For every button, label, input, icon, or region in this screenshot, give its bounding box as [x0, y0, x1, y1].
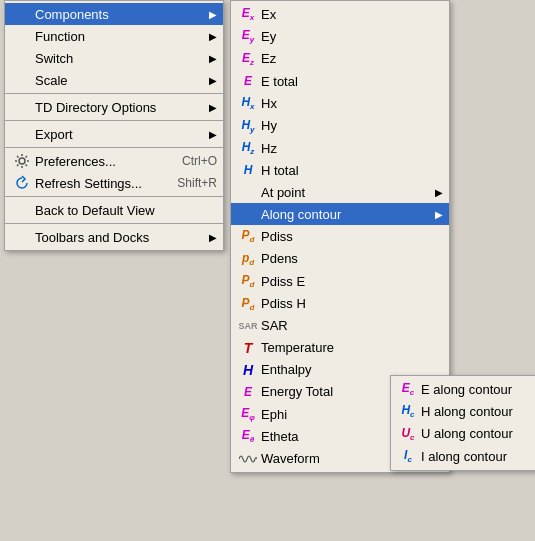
- menu-item-i-along[interactable]: Ic I along contour: [391, 445, 535, 467]
- pdissh-icon: Pd: [237, 296, 259, 312]
- separator-3: [5, 147, 223, 148]
- scale-label: Scale: [33, 73, 203, 88]
- pdiss-label: Pdiss: [259, 229, 443, 244]
- refresh-svg-icon: [14, 175, 30, 191]
- pdisse-label: Pdiss E: [259, 274, 443, 289]
- menu-item-td-directory[interactable]: TD Directory Options ▶: [5, 96, 223, 118]
- ey-label: Ey: [259, 29, 443, 44]
- pdissh-label: Pdiss H: [259, 296, 443, 311]
- i-along-icon: Ic: [397, 448, 419, 464]
- gear-icon: [14, 153, 30, 169]
- export-arrow: ▶: [209, 129, 217, 140]
- hy-label: Hy: [259, 118, 443, 133]
- etotal-label: E total: [259, 74, 443, 89]
- i-along-label: I along contour: [419, 449, 535, 464]
- td-arrow: ▶: [209, 102, 217, 113]
- temperature-icon: T: [237, 340, 259, 356]
- ephi-icon: Eφ: [237, 406, 259, 422]
- menu-item-pdens[interactable]: pd Pdens: [231, 248, 449, 270]
- preferences-icon: [11, 153, 33, 169]
- components-label: Components: [33, 7, 203, 22]
- switch-arrow: ▶: [209, 53, 217, 64]
- e-along-icon: Ec: [397, 381, 419, 397]
- pdiss-icon: Pd: [237, 228, 259, 244]
- menu-item-components[interactable]: Components ▶: [5, 3, 223, 25]
- menu-item-u-along[interactable]: Uc U along contour: [391, 423, 535, 445]
- u-along-icon: Uc: [397, 426, 419, 442]
- menu-item-along-contour[interactable]: Along contour ▶: [231, 203, 449, 225]
- menu-item-ez[interactable]: Ez Ez: [231, 48, 449, 70]
- separator-2: [5, 120, 223, 121]
- alongcontour-arrow: ▶: [435, 209, 443, 220]
- menu-item-sar[interactable]: SAR SAR: [231, 315, 449, 337]
- h-along-icon: Hc: [397, 403, 419, 419]
- wave-svg-icon: [239, 453, 257, 465]
- along-contour-submenu: Ec E along contour Hc H along contour Uc…: [390, 375, 535, 471]
- h-along-label: H along contour: [419, 404, 535, 419]
- menu-item-temperature[interactable]: T Temperature: [231, 337, 449, 359]
- toolbars-label: Toolbars and Docks: [33, 230, 203, 245]
- ez-label: Ez: [259, 51, 443, 66]
- menu-item-pdisse[interactable]: Pd Pdiss E: [231, 270, 449, 292]
- sar-icon: SAR: [237, 321, 259, 331]
- menu-item-pdissh[interactable]: Pd Pdiss H: [231, 293, 449, 315]
- toolbars-arrow: ▶: [209, 232, 217, 243]
- hz-icon: Hz: [237, 140, 259, 156]
- hz-label: Hz: [259, 141, 443, 156]
- pdisse-icon: Pd: [237, 273, 259, 289]
- menu-item-refresh[interactable]: Refresh Settings... Shift+R: [5, 172, 223, 194]
- atpoint-label: At point: [259, 185, 429, 200]
- default-view-label: Back to Default View: [33, 203, 217, 218]
- ey-icon: Ey: [237, 28, 259, 44]
- main-menu: Components ▶ Function ▶ Switch ▶ Scale ▶…: [4, 0, 224, 251]
- u-along-label: U along contour: [419, 426, 535, 441]
- waveform-icon: [237, 453, 259, 465]
- hy-icon: Hy: [237, 118, 259, 134]
- menu-item-export[interactable]: Export ▶: [5, 123, 223, 145]
- htotal-icon: H: [237, 163, 259, 177]
- refresh-label: Refresh Settings...: [33, 176, 157, 191]
- menu-item-ex[interactable]: Ex Ex: [231, 3, 449, 25]
- preferences-label: Preferences...: [33, 154, 162, 169]
- htotal-label: H total: [259, 163, 443, 178]
- menu-item-htotal[interactable]: H H total: [231, 159, 449, 181]
- scale-arrow: ▶: [209, 75, 217, 86]
- switch-label: Switch: [33, 51, 203, 66]
- refresh-icon: [11, 175, 33, 191]
- menu-item-etotal[interactable]: E E total: [231, 70, 449, 92]
- ex-icon: Ex: [237, 6, 259, 22]
- td-label: TD Directory Options: [33, 100, 203, 115]
- ez-icon: Ez: [237, 51, 259, 67]
- menu-item-hy[interactable]: Hy Hy: [231, 115, 449, 137]
- menu-item-scale[interactable]: Scale ▶: [5, 69, 223, 91]
- menu-item-hx[interactable]: Hx Hx: [231, 92, 449, 114]
- preferences-shortcut: Ctrl+O: [182, 154, 217, 168]
- separator-4: [5, 196, 223, 197]
- menu-item-preferences[interactable]: Preferences... Ctrl+O: [5, 150, 223, 172]
- components-arrow: ▶: [209, 9, 217, 20]
- along-contour-submenu-panel: Ec E along contour Hc H along contour Uc…: [390, 375, 535, 471]
- sar-label: SAR: [259, 318, 443, 333]
- hx-label: Hx: [259, 96, 443, 111]
- menu-item-h-along[interactable]: Hc H along contour: [391, 400, 535, 422]
- menu-item-atpoint[interactable]: At point ▶: [231, 181, 449, 203]
- enthalpy-icon: H: [237, 362, 259, 378]
- pdens-icon: pd: [237, 251, 259, 267]
- hx-icon: Hx: [237, 95, 259, 111]
- menu-item-hz[interactable]: Hz Hz: [231, 137, 449, 159]
- menu-item-ey[interactable]: Ey Ey: [231, 25, 449, 47]
- e-along-label: E along contour: [419, 382, 535, 397]
- menu-item-pdiss[interactable]: Pd Pdiss: [231, 225, 449, 247]
- menu-item-toolbars[interactable]: Toolbars and Docks ▶: [5, 226, 223, 248]
- alongcontour-label: Along contour: [259, 207, 429, 222]
- atpoint-arrow: ▶: [435, 187, 443, 198]
- energy-total-icon: E: [237, 385, 259, 399]
- menu-item-default-view[interactable]: Back to Default View: [5, 199, 223, 221]
- menu-item-switch[interactable]: Switch ▶: [5, 47, 223, 69]
- etotal-icon: E: [237, 74, 259, 88]
- menu-item-function[interactable]: Function ▶: [5, 25, 223, 47]
- menu-item-e-along[interactable]: Ec E along contour: [391, 378, 535, 400]
- pdens-label: Pdens: [259, 251, 443, 266]
- etheta-icon: Eθ: [237, 428, 259, 444]
- separator-5: [5, 223, 223, 224]
